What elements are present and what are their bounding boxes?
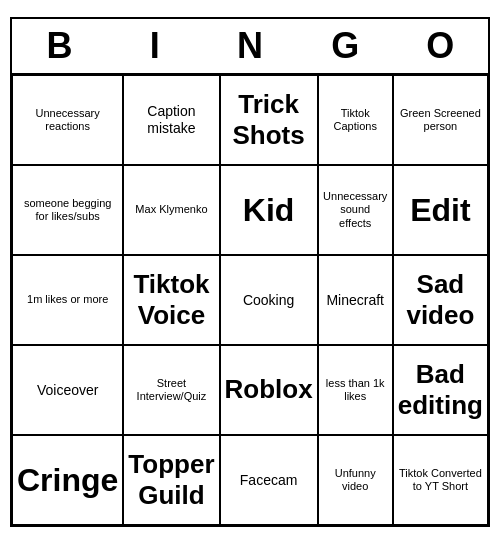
cell-8: Unnecessary sound effects [318, 165, 393, 255]
cell-4: Green Screened person [393, 75, 488, 165]
bingo-card: B I N G O Unnecessary reactionsCaption m… [10, 17, 490, 527]
cell-13: Minecraft [318, 255, 393, 345]
header-n: N [204, 25, 296, 67]
cell-22: Facecam [220, 435, 318, 525]
bingo-header: B I N G O [12, 19, 488, 75]
cell-12: Cooking [220, 255, 318, 345]
cell-20: Cringe [12, 435, 123, 525]
cell-14: Sad video [393, 255, 488, 345]
cell-24: Tiktok Converted to YT Short [393, 435, 488, 525]
cell-2: Trick Shots [220, 75, 318, 165]
cell-9: Edit [393, 165, 488, 255]
cell-18: less than 1k likes [318, 345, 393, 435]
bingo-grid: Unnecessary reactionsCaption mistakeTric… [12, 75, 488, 525]
cell-7: Kid [220, 165, 318, 255]
cell-1: Caption mistake [123, 75, 219, 165]
cell-0: Unnecessary reactions [12, 75, 123, 165]
header-i: I [109, 25, 201, 67]
cell-16: Street Interview/Quiz [123, 345, 219, 435]
cell-11: Tiktok Voice [123, 255, 219, 345]
header-b: B [14, 25, 106, 67]
cell-21: Topper Guild [123, 435, 219, 525]
cell-5: someone begging for likes/subs [12, 165, 123, 255]
cell-15: Voiceover [12, 345, 123, 435]
cell-10: 1m likes or more [12, 255, 123, 345]
cell-3: Tiktok Captions [318, 75, 393, 165]
cell-19: Bad editing [393, 345, 488, 435]
header-g: G [299, 25, 391, 67]
cell-6: Max Klymenko [123, 165, 219, 255]
cell-17: Roblox [220, 345, 318, 435]
header-o: O [394, 25, 486, 67]
cell-23: Unfunny video [318, 435, 393, 525]
